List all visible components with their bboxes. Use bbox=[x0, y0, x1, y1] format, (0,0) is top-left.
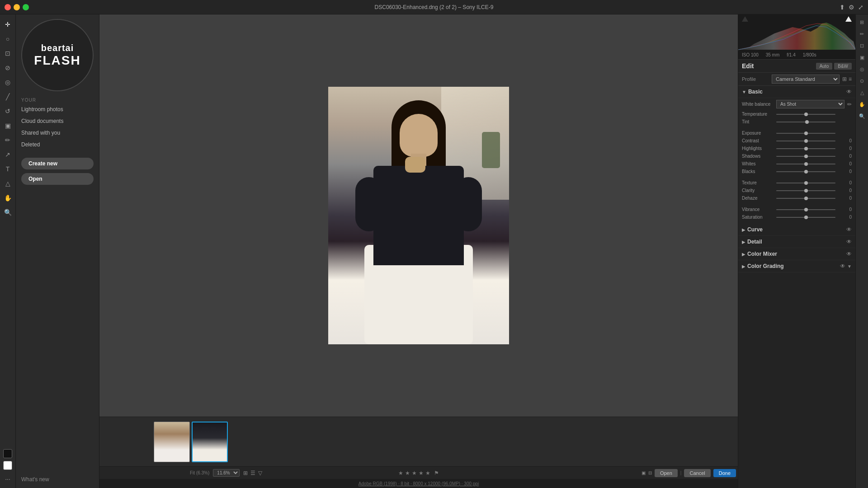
window-controls[interactable] bbox=[5, 4, 29, 10]
sidebar-item-deleted[interactable]: Deleted bbox=[16, 139, 99, 150]
zoom-tool[interactable]: 🔍 bbox=[1, 206, 14, 219]
basic-section-header[interactable]: ▼ Basic 👁 bbox=[738, 86, 855, 98]
view-single-icon[interactable]: ▣ bbox=[642, 470, 646, 475]
right-tool-5[interactable]: ◎ bbox=[857, 64, 867, 74]
right-tool-6[interactable]: ⊙ bbox=[857, 76, 867, 86]
right-tool-1[interactable]: ⊞ bbox=[857, 17, 867, 27]
wb-select[interactable]: As Shot bbox=[776, 100, 844, 108]
open-lr-button[interactable]: Open bbox=[655, 469, 678, 477]
right-tool-3[interactable]: ⊡ bbox=[857, 41, 867, 51]
list-view-icon[interactable]: ☰ bbox=[250, 470, 255, 476]
cancel-button[interactable]: Cancel bbox=[684, 469, 710, 477]
bw-button[interactable]: B&W bbox=[834, 63, 852, 70]
settings-icon[interactable]: ⚙ bbox=[849, 4, 854, 11]
star-1[interactable]: ★ bbox=[398, 470, 403, 476]
whites-thumb[interactable] bbox=[804, 162, 808, 166]
star-5[interactable]: ★ bbox=[425, 470, 430, 476]
grid-view-icon[interactable]: ⊞ bbox=[243, 470, 248, 476]
clone-tool[interactable]: ◎ bbox=[1, 76, 14, 89]
detail-visibility-icon[interactable]: 👁 bbox=[846, 239, 852, 245]
texture-thumb[interactable] bbox=[804, 181, 808, 185]
open-button[interactable]: Open bbox=[21, 173, 94, 185]
curve-section-header[interactable]: ▶ Curve 👁 bbox=[738, 224, 855, 236]
exposure-track[interactable] bbox=[776, 133, 835, 134]
flag-icon[interactable]: ⚑ bbox=[434, 470, 439, 476]
maximize-btn[interactable] bbox=[23, 4, 29, 10]
clarity-track[interactable] bbox=[776, 190, 835, 191]
whats-new-link[interactable]: What's new bbox=[21, 476, 49, 483]
saturation-thumb[interactable] bbox=[804, 216, 808, 219]
saturation-track[interactable] bbox=[776, 217, 835, 218]
background-color[interactable] bbox=[3, 461, 12, 470]
zoom-select[interactable]: 11.6% bbox=[213, 469, 240, 477]
dehaze-thumb[interactable] bbox=[804, 197, 808, 200]
shadows-thumb[interactable] bbox=[804, 155, 808, 158]
right-tool-9[interactable]: 🔍 bbox=[857, 111, 867, 121]
wb-edit-icon[interactable]: ✏ bbox=[847, 101, 852, 108]
right-tool-8[interactable]: ✋ bbox=[857, 99, 867, 109]
lasso-tool[interactable]: ○ bbox=[1, 33, 14, 45]
blacks-track[interactable] bbox=[776, 171, 835, 172]
color-mixer-section-header[interactable]: ▶ Color Mixer 👁 bbox=[738, 248, 855, 260]
path-tool[interactable]: ↗ bbox=[1, 148, 14, 161]
type-tool[interactable]: T bbox=[1, 163, 14, 175]
canvas-wrapper[interactable] bbox=[99, 14, 738, 417]
thumbnail-1[interactable] bbox=[154, 422, 190, 462]
tint-thumb[interactable] bbox=[805, 120, 809, 124]
right-tool-2[interactable]: ✏ bbox=[857, 29, 867, 39]
color-grading-visibility-icon[interactable]: 👁 bbox=[840, 263, 845, 269]
shape-tool[interactable]: △ bbox=[1, 177, 14, 190]
share-icon[interactable]: ⬆ bbox=[840, 4, 845, 11]
basic-visibility-icon[interactable]: 👁 bbox=[846, 89, 852, 95]
sidebar-item-shared[interactable]: Shared with you bbox=[16, 127, 99, 139]
sidebar-item-lightroom[interactable]: Lightroom photos bbox=[16, 103, 99, 115]
vibrance-thumb[interactable] bbox=[804, 208, 808, 211]
contrast-thumb[interactable] bbox=[804, 139, 808, 143]
healing-tool[interactable]: ⊘ bbox=[1, 61, 14, 74]
create-new-button[interactable]: Create new bbox=[21, 158, 94, 169]
temperature-thumb[interactable] bbox=[804, 113, 808, 116]
exposure-thumb[interactable] bbox=[804, 131, 808, 135]
crop-tool[interactable]: ⊡ bbox=[1, 47, 14, 60]
detail-section-header[interactable]: ▶ Detail 👁 bbox=[738, 236, 855, 248]
color-mixer-visibility-icon[interactable]: 👁 bbox=[846, 251, 852, 257]
close-btn[interactable] bbox=[5, 4, 11, 10]
highlights-thumb[interactable] bbox=[804, 147, 808, 150]
color-picker-tool[interactable]: ✏ bbox=[1, 134, 14, 146]
done-button[interactable]: Done bbox=[713, 469, 736, 477]
right-tool-4[interactable]: ▣ bbox=[857, 52, 867, 62]
curve-visibility-icon[interactable]: 👁 bbox=[846, 226, 852, 233]
filter-icon[interactable]: ▽ bbox=[258, 470, 262, 476]
shadows-track[interactable] bbox=[776, 156, 835, 157]
star-4[interactable]: ★ bbox=[419, 470, 424, 476]
minimize-btn[interactable] bbox=[14, 4, 20, 10]
star-2[interactable]: ★ bbox=[405, 470, 410, 476]
contrast-track[interactable] bbox=[776, 141, 835, 141]
texture-track[interactable] bbox=[776, 183, 835, 183]
foreground-color[interactable] bbox=[3, 449, 12, 458]
temperature-track[interactable] bbox=[776, 114, 835, 115]
blacks-thumb[interactable] bbox=[804, 170, 808, 174]
star-3[interactable]: ★ bbox=[412, 470, 417, 476]
color-grading-section-header[interactable]: ▶ Color Grading 👁 ▼ bbox=[738, 260, 855, 272]
view-compare-icon[interactable]: ⊟ bbox=[648, 470, 652, 475]
resize-icon[interactable]: ⤢ bbox=[858, 4, 863, 11]
history-tool[interactable]: ↺ bbox=[1, 105, 14, 117]
right-tool-7[interactable]: △ bbox=[857, 88, 867, 98]
whites-track[interactable] bbox=[776, 164, 835, 164]
clarity-thumb[interactable] bbox=[804, 189, 808, 192]
more-tools[interactable]: ··· bbox=[1, 473, 14, 485]
sidebar-item-cloud[interactable]: Cloud documents bbox=[16, 115, 99, 127]
tint-track[interactable] bbox=[776, 122, 835, 122]
vibrance-track[interactable] bbox=[776, 209, 835, 210]
color-grading-expand-icon[interactable]: ▼ bbox=[847, 264, 852, 269]
highlights-track[interactable] bbox=[776, 148, 835, 149]
move-tool[interactable]: ✛ bbox=[1, 18, 14, 31]
gradient-tool[interactable]: ▣ bbox=[1, 119, 14, 132]
auto-button[interactable]: Auto bbox=[816, 63, 833, 70]
profile-browse-icon[interactable]: ⊞ bbox=[842, 76, 847, 82]
pan-tool[interactable]: ✋ bbox=[1, 192, 14, 204]
profile-expand-icon[interactable]: ≡ bbox=[849, 76, 852, 82]
brush-tool[interactable]: ╱ bbox=[1, 90, 14, 103]
profile-select[interactable]: Camera Standard bbox=[772, 75, 840, 84]
